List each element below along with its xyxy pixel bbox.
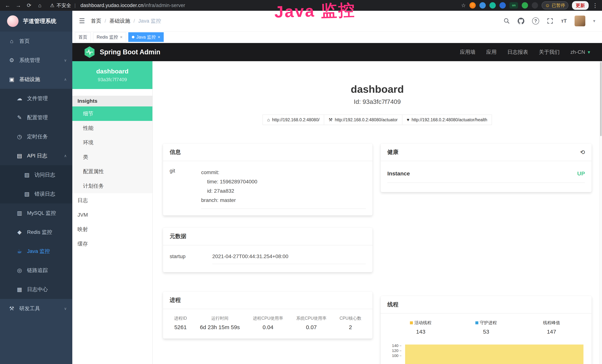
y-axis-tick: 120 [388, 348, 401, 353]
breadcrumb-infrastructure[interactable]: 基础设施 [109, 17, 130, 24]
sidebar-item-label: 系统管理 [19, 57, 40, 64]
locale-selector[interactable]: zh-CN ▾ [570, 49, 590, 55]
sidebar-item-dev-tools[interactable]: ⚒ 研发工具 ∨ [0, 299, 72, 318]
avatar-caret-icon[interactable]: ▾ [593, 18, 595, 23]
close-icon[interactable]: × [158, 34, 160, 40]
sidebar-item-mappings[interactable]: 映射 [72, 222, 152, 237]
sidebar-item-error-logs[interactable]: ▧ 错误日志 [0, 184, 72, 203]
sidebar-item-label: 日志中心 [27, 286, 48, 293]
extension-teal-icon[interactable] [489, 2, 496, 9]
sidebar-item-home[interactable]: ⌂ 首页 [0, 32, 72, 51]
health-card-header: 健康 ⟲ [381, 143, 592, 161]
history-icon[interactable]: ⟲ [580, 149, 585, 156]
admin-sidebar: 芋道管理系统 ⌂ 首页 ⚙ 系统管理 ∨ ▣ 基础设施 ∧ ☁ 文件管理 [0, 11, 72, 364]
process-cpu-usage: 进程CPU使用率 0.04 [253, 315, 283, 331]
address-bar[interactable]: dashboard.yudao.iocoder.cn/infra/admin-s… [80, 3, 185, 8]
extension-grid-icon[interactable] [499, 2, 506, 9]
threads-area-chart: 140 120 100 [388, 344, 584, 364]
sidebar-item-scheduled-jobs[interactable]: ◷ 定时任务 [0, 127, 72, 146]
browser-menu-icon[interactable]: ⋮ [592, 2, 598, 9]
legend-label: 活动线程 [414, 320, 431, 325]
instance-sidebar: dashboard 93a3fc7f7409 Insights 细节 性能 环境… [72, 61, 153, 364]
fullscreen-icon[interactable] [547, 18, 553, 24]
browser-reload-icon[interactable]: ⟳ [26, 2, 33, 9]
sidebar-item-access-logs[interactable]: ▨ 访问日志 [0, 165, 72, 184]
sidebar-item-label: 配置管理 [27, 114, 48, 121]
instance-id-subtitle: Id: 93a3fc7f7409 [163, 98, 592, 105]
sidebar-item-caches[interactable]: 缓存 [72, 237, 152, 251]
logo-image [7, 15, 19, 27]
target-icon: ◎ [16, 267, 23, 274]
browser-forward-icon[interactable]: → [15, 2, 22, 9]
sidebar-item-metrics[interactable]: 性能 [72, 121, 152, 135]
sba-brand-title[interactable]: Spring Boot Admin [100, 48, 160, 56]
sidebar-item-details[interactable]: 细节 [72, 107, 152, 121]
sidebar-item-infrastructure[interactable]: ▣ 基础设施 ∧ [0, 70, 72, 89]
health-instance-row[interactable]: Instance UP [387, 171, 585, 183]
sidebar-item-config-props[interactable]: 配置属性 [72, 164, 152, 179]
help-icon[interactable]: ? [532, 17, 539, 24]
extension-fox-icon[interactable] [469, 2, 476, 9]
legend-live-threads: 活动线程 143 [388, 320, 453, 335]
tab-redis-monitor[interactable]: Redis 监控 × [93, 32, 126, 42]
sidebar-logo[interactable]: 芋道管理系统 [0, 11, 72, 32]
sba-nav-about[interactable]: 关于我们 [539, 49, 560, 56]
sidebar-item-api-logs[interactable]: ▤ API 日志 ∧ [0, 146, 72, 165]
sba-nav-wallboard[interactable]: 应用墙 [460, 49, 475, 56]
app-title: 芋道管理系统 [23, 17, 56, 25]
sidebar-item-logs[interactable]: 日志 [72, 193, 152, 208]
process-col-value: 0.04 [253, 324, 283, 331]
actuator-url-link[interactable]: ⚒ http://192.168.0.2:48080/actuator [324, 115, 402, 125]
threads-legend: 活动线程 143 守护进程 53 线程峰值 14 [388, 319, 584, 335]
profile-paused-badge[interactable]: ☺ 已暂停 [542, 1, 568, 9]
service-url-link[interactable]: ⌂ http://192.168.0.2:48080/ [263, 115, 324, 125]
health-url-link[interactable]: ♥ http://192.168.0.2:48080/actuator/heal… [402, 115, 492, 125]
browser-home-icon[interactable]: ⌂ [36, 2, 43, 9]
sidebar-item-java-monitor[interactable]: ☕ Java 监控 [0, 242, 72, 261]
sidebar-item-classes[interactable]: 类 [72, 150, 152, 164]
close-icon[interactable]: × [120, 34, 123, 40]
bookmark-star-icon[interactable]: ☆ [461, 2, 466, 9]
vertical-scrollbar[interactable] [599, 61, 602, 364]
sidebar-item-label: 错误日志 [34, 191, 55, 197]
insights-section-label: Insights [72, 96, 152, 107]
health-card-body: Instance UP [381, 161, 592, 192]
search-icon[interactable] [504, 18, 510, 24]
hamburger-icon[interactable]: ☰ [79, 17, 85, 25]
sidebar-item-environment[interactable]: 环境 [72, 135, 152, 150]
sba-nav-applications[interactable]: 应用 [486, 49, 497, 56]
extension-drop-icon[interactable] [479, 2, 486, 9]
sidebar-item-file-management[interactable]: ☁ 文件管理 [0, 89, 72, 108]
tab-java-monitor[interactable]: Java 监控 × [128, 32, 164, 42]
sidebar-item-trace[interactable]: ◎ 链路追踪 [0, 261, 72, 280]
extension-leaf-icon[interactable] [522, 2, 528, 9]
site-security-info[interactable]: ⚠ 不安全 | [50, 2, 77, 9]
sidebar-item-label: API 日志 [27, 152, 47, 159]
locale-label: zh-CN [570, 49, 585, 55]
spring-boot-admin-logo[interactable] [84, 46, 95, 58]
chrome-update-button[interactable]: 更新 [572, 1, 589, 10]
instance-id: 93a3fc7f7409 [98, 77, 127, 83]
sidebar-item-config-management[interactable]: ✎ 配置管理 [0, 108, 72, 127]
sidebar-item-log-center[interactable]: ▦ 日志中心 [0, 280, 72, 299]
breadcrumb-home[interactable]: 首页 [91, 17, 101, 24]
info-card: 信息 git commit: time: 1596289704000 id: 2… [163, 143, 373, 215]
document-icon: ▨ [23, 171, 30, 178]
sba-nav-journal[interactable]: 日志报表 [507, 49, 528, 56]
extensions-puzzle-icon[interactable] [532, 2, 538, 9]
github-icon[interactable] [518, 18, 524, 24]
extension-on-badge[interactable]: on [509, 2, 518, 9]
scrollbar-thumb[interactable] [600, 62, 602, 136]
sidebar-item-mysql-monitor[interactable]: ▥ MySQL 监控 [0, 203, 72, 223]
user-avatar[interactable] [575, 16, 585, 26]
instance-header[interactable]: dashboard 93a3fc7f7409 [72, 61, 152, 89]
breadcrumb: 首页 / 基础设施 / Java 监控 [91, 17, 161, 24]
sidebar-item-jvm[interactable]: JVM [72, 208, 152, 222]
tab-home[interactable]: 首页 [75, 32, 91, 42]
sidebar-item-system[interactable]: ⚙ 系统管理 ∨ [0, 51, 72, 70]
sidebar-item-scheduled-tasks[interactable]: 计划任务 [72, 179, 152, 193]
sidebar-item-redis-monitor[interactable]: ◆ Redis 监控 [0, 223, 72, 242]
browser-back-icon[interactable]: ← [4, 2, 11, 9]
left-column: 信息 git commit: time: 1596289704000 id: 2… [163, 143, 373, 339]
font-size-icon[interactable]: тT [561, 18, 567, 24]
